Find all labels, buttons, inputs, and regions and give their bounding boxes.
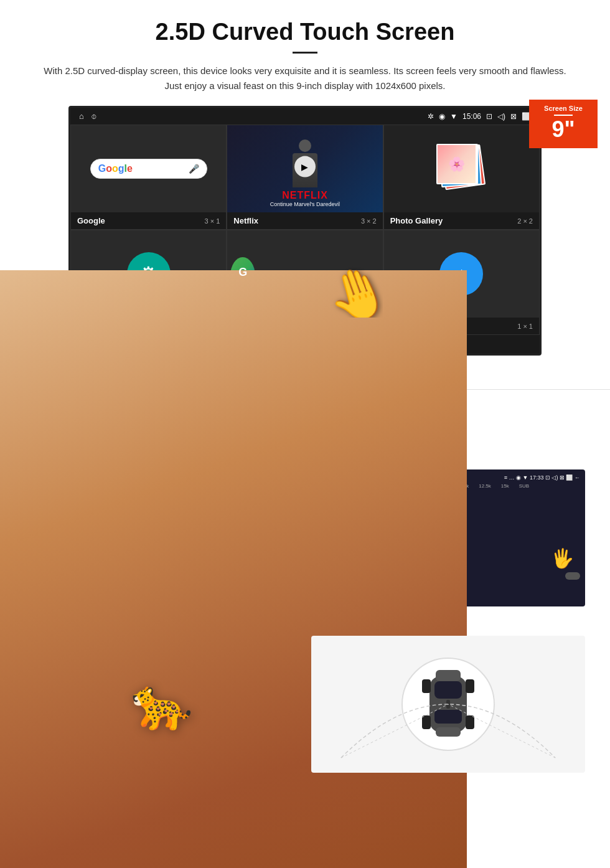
google-logo: Google <box>98 163 133 174</box>
section1-description: With 2.5D curved-display screen, this de… <box>37 64 573 93</box>
feature-car-top: Large Viewing Angle <box>311 636 585 790</box>
section1-title: 2.5D Curved Touch Screen <box>37 19 573 45</box>
play-button[interactable]: ▶ <box>294 156 316 177</box>
google-app-size: 3 × 1 <box>205 217 220 225</box>
ips-screen-section: IPS Full Screen View No light reflecting… <box>0 408 610 808</box>
badge-label: Screen Size <box>534 105 593 112</box>
photo-card-4: 🌸 <box>436 144 477 184</box>
google-search-bar[interactable]: Google 🎤 <box>90 159 207 179</box>
badge-divider <box>554 115 573 116</box>
photo-gallery-app-name: Photo Gallery <box>390 216 443 225</box>
app-grid-top: Google 🎤 Google 3 × 1 <box>70 125 540 230</box>
feature-cheetah: 🐆 Super Fast Response <box>25 636 299 790</box>
section1-title-divider <box>293 52 317 54</box>
photo-gallery-cell[interactable]: 🌸 Photo Gallery 2 × 2 <box>383 125 540 230</box>
netflix-app-name: Netflix <box>233 216 258 225</box>
status-bar-right: ✲ ◉ ▼ 15:06 ⊡ ◁) ⊠ ⬜ <box>428 112 531 121</box>
amp-freq-sub: SUB <box>519 483 529 489</box>
netflix-logo: NETFLIX <box>232 190 377 201</box>
netflix-bg: ▶ NETFLIX Continue Marvel's Daredevil <box>227 125 382 212</box>
google-label-row: Google 3 × 1 <box>71 212 226 229</box>
netflix-cell[interactable]: ▶ NETFLIX Continue Marvel's Daredevil Ne… <box>227 125 383 230</box>
camera-icon: ⊡ <box>486 112 492 121</box>
car-top-visual <box>311 636 585 773</box>
google-cell[interactable]: Google 🎤 Google 3 × 1 <box>70 125 227 230</box>
amp-freq-12k: 12.5k <box>479 483 491 489</box>
volume-icon: ◁) <box>497 112 505 121</box>
close-icon[interactable]: ⊠ <box>510 112 517 121</box>
google-app-name: Google <box>77 216 105 225</box>
svg-line-10 <box>341 704 448 758</box>
google-cell-content-area: Google 🎤 <box>71 125 226 212</box>
car-top-image <box>311 636 585 773</box>
photo-gallery-app-size: 2 × 2 <box>517 217 533 225</box>
cheetah-image: 🐆 <box>25 636 299 773</box>
amp-controls: ≡ … ◉ ▼ 17:33 ⊡ ◁) ⊠ ⬜ ← <box>504 474 580 481</box>
netflix-label-row: Netflix 3 × 2 <box>227 212 382 229</box>
netflix-subtitle: Continue Marvel's Daredevil <box>232 201 377 207</box>
svg-line-11 <box>448 704 555 758</box>
bluetooth-icon: ✲ <box>428 112 434 121</box>
cheetah-visual: 🐆 <box>25 636 299 773</box>
status-bar-left: ⌂ ⌽ <box>79 111 96 121</box>
photo-gallery-label-row: Photo Gallery 2 × 2 <box>384 212 539 229</box>
badge-size: 9" <box>534 118 593 141</box>
photo-stack: 🌸 <box>436 144 486 194</box>
netflix-overlay: NETFLIX Continue Marvel's Daredevil <box>227 185 382 212</box>
netflix-cell-content-area: ▶ NETFLIX Continue Marvel's Daredevil <box>227 125 382 212</box>
photo-gallery-bg: 🌸 <box>384 125 539 212</box>
mic-icon[interactable]: 🎤 <box>189 164 199 174</box>
wifi-icon: ▼ <box>450 112 458 121</box>
amp-freq-15k: 15k <box>501 483 509 489</box>
screen-size-badge: Screen Size 9" <box>529 100 598 148</box>
sound-search-app-size: 1 × 1 <box>517 323 533 330</box>
maps-g-letter: G <box>238 266 247 279</box>
usb-icon: ⌽ <box>92 111 96 121</box>
time-display: 15:06 <box>462 112 481 121</box>
amp-toggle[interactable] <box>565 572 580 580</box>
netflix-app-size: 3 × 2 <box>361 217 377 225</box>
feature-grid: No light reflecting under 360° direct su… <box>25 469 585 790</box>
status-bar: ⌂ ⌽ ✲ ◉ ▼ 15:06 ⊡ ◁) ⊠ ⬜ <box>70 108 540 125</box>
location-icon: ◉ <box>439 112 445 121</box>
viewing-angle-arc <box>311 636 585 773</box>
photo-gallery-content-area: 🌸 <box>384 125 539 212</box>
home-icon[interactable]: ⌂ <box>79 111 84 121</box>
